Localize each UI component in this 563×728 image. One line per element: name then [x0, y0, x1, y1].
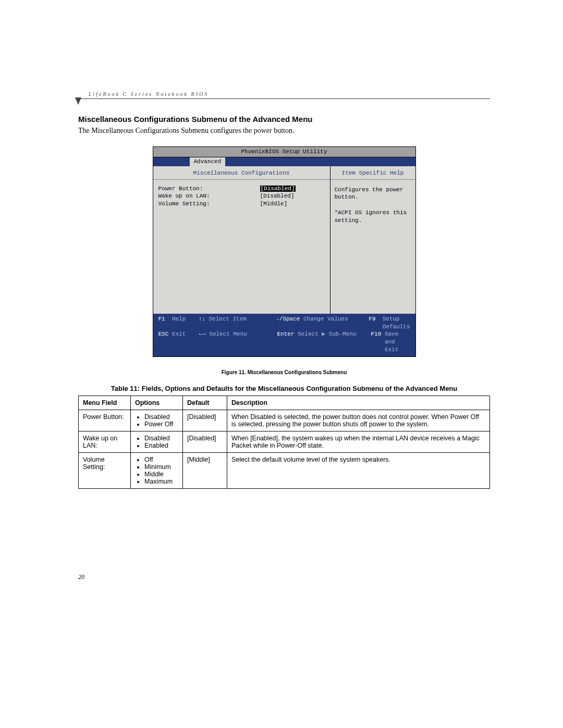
th-menu-field: Menu Field	[79, 396, 131, 410]
cell-field: Wake up on LAN:	[79, 431, 131, 452]
list-item: Middle	[144, 471, 178, 478]
field-label: Volume Setting:	[158, 200, 260, 208]
cell-description: Select the default volume level of the s…	[227, 452, 490, 488]
key-left-right[interactable]: ←→	[199, 330, 206, 354]
cell-field: Volume Setting:	[79, 452, 131, 488]
key-label: Change Values	[303, 315, 348, 331]
bios-field-wake-on-lan[interactable]: Wake up on LAN: [Disabled]	[158, 192, 325, 200]
cell-default: [Disabled]	[183, 410, 227, 431]
bios-tab-advanced[interactable]: Advanced	[190, 157, 226, 166]
key-f1[interactable]: F1	[158, 315, 165, 331]
key-label: Help	[172, 315, 186, 331]
page-content: LifeBook C Series Notebook BIOS Miscella…	[78, 91, 490, 489]
bios-help-text: Configures the power button. *ACPI OS ig…	[335, 186, 411, 225]
th-options: Options	[131, 396, 183, 410]
bios-titlebar: PhoenixBIOS Setup Utility	[153, 147, 415, 157]
table-row: Volume Setting: Off Minimum Middle Maxim…	[79, 452, 490, 488]
th-description: Description	[227, 396, 490, 410]
bios-field-power-button[interactable]: Power Button: [Disabled]	[158, 185, 325, 193]
table-row: Power Button: Disabled Power Off [Disabl…	[79, 410, 490, 431]
section-title: Miscellaneous Configurations Submenu of …	[78, 115, 490, 124]
page-number: 20	[78, 573, 84, 581]
list-item: Disabled	[144, 435, 178, 442]
header-triangle-icon	[75, 97, 81, 105]
table-caption: Table 11: Fields, Options and Defaults f…	[78, 385, 490, 392]
cell-default: [Middle]	[183, 452, 227, 488]
bios-field-volume-setting[interactable]: Volume Setting: [Middle]	[158, 200, 325, 208]
field-value: [Disabled]	[260, 192, 295, 200]
field-value-selected: [Disabled]	[260, 186, 296, 192]
key-minus-space[interactable]: -/Space	[276, 315, 300, 331]
running-head-text: LifeBook C Series Notebook BIOS	[89, 91, 209, 97]
cell-options: Disabled Enabled	[131, 431, 183, 452]
th-default: Default	[183, 396, 227, 410]
list-item: Minimum	[144, 463, 178, 471]
bios-footer: F1 Help ↑↓ Select Item -/Space Change Va…	[153, 314, 415, 356]
bios-help-title: Item Specific Help	[335, 169, 411, 177]
table-row: Wake up on LAN: Disabled Enabled [Disabl…	[79, 431, 490, 452]
list-item: Enabled	[144, 442, 178, 449]
list-item: Off	[144, 456, 178, 463]
config-table: Menu Field Options Default Description P…	[78, 396, 490, 489]
bios-tab-row: Advanced	[153, 157, 415, 166]
key-esc[interactable]: ESC	[158, 330, 169, 354]
key-up-down[interactable]: ↑↓	[199, 315, 205, 331]
divider	[329, 179, 417, 180]
key-label: Select ▶ Sub-Menu	[298, 330, 356, 354]
bios-body: Miscellaneous Configurations Power Butto…	[153, 166, 415, 314]
field-value: [Middle]	[260, 200, 288, 208]
list-item: Disabled	[144, 413, 178, 421]
field-label: Power Button:	[158, 185, 260, 193]
bios-left-pane: Miscellaneous Configurations Power Butto…	[153, 166, 331, 314]
key-enter[interactable]: Enter	[277, 330, 295, 354]
divider	[153, 179, 330, 180]
field-label: Wake up on LAN:	[158, 192, 260, 200]
cell-default: [Disabled]	[183, 431, 227, 452]
list-item: Maximum	[144, 478, 178, 485]
key-f9[interactable]: F9	[369, 315, 375, 331]
bios-window: PhoenixBIOS Setup Utility Advanced Misce…	[153, 146, 416, 357]
bios-help-pane: Item Specific Help Configures the power …	[331, 166, 415, 314]
key-label: Exit	[172, 330, 186, 354]
key-label: Select Item	[209, 315, 247, 331]
running-head: LifeBook C Series Notebook BIOS	[78, 91, 490, 99]
cell-options: Disabled Power Off	[131, 410, 183, 431]
section-description: The Miscellaneous Configurations Submenu…	[78, 127, 490, 135]
key-f10[interactable]: F10	[371, 330, 382, 354]
cell-field: Power Button:	[79, 410, 131, 431]
key-label: Select Menu	[209, 330, 247, 354]
bios-submenu-title: Miscellaneous Configurations	[158, 169, 325, 177]
cell-description: When Disabled is selected, the power but…	[227, 410, 490, 431]
list-item: Power Off	[144, 421, 178, 428]
key-label: Setup Defaults	[383, 315, 410, 331]
cell-options: Off Minimum Middle Maximum	[131, 452, 183, 488]
figure-caption: Figure 11. Miscellaneous Configurations …	[78, 369, 490, 375]
key-label: Save and Exit	[385, 330, 410, 354]
cell-description: When [Enabled], the system wakes up when…	[227, 431, 490, 452]
